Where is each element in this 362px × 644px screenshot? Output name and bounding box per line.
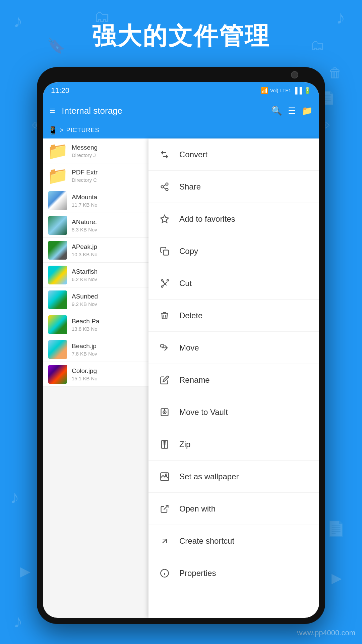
delete-icon xyxy=(158,309,171,322)
image-thumbnail xyxy=(48,315,67,334)
share-label: Share xyxy=(179,182,201,192)
file-name: PDF Extr xyxy=(72,169,139,176)
context-menu: Convert Share Add to fa xyxy=(148,139,319,618)
create-shortcut-label: Create shortcut xyxy=(179,536,234,546)
header-title: Internal storage xyxy=(62,106,264,116)
file-thumb xyxy=(48,216,67,235)
context-menu-add-favorites[interactable]: Add to favorites xyxy=(148,203,319,235)
file-name: ANature. xyxy=(72,218,139,226)
properties-label: Properties xyxy=(179,569,216,578)
convert-label: Convert xyxy=(179,150,207,159)
context-menu-move[interactable]: Move xyxy=(148,332,319,364)
convert-icon xyxy=(158,148,171,161)
phone-screen: 11:20 📶 Vol) LTE1 ▐▐ 🔋 ≡ Internal storag… xyxy=(43,82,319,618)
cut-icon xyxy=(158,277,171,290)
page-title: 强大的文件管理 xyxy=(0,20,362,52)
status-time: 11:20 xyxy=(51,86,69,95)
context-menu-properties[interactable]: Properties xyxy=(148,557,319,589)
context-menu-convert[interactable]: Convert xyxy=(148,139,319,171)
vault-icon xyxy=(158,406,171,419)
delete-label: Delete xyxy=(179,311,202,320)
image-thumbnail xyxy=(48,266,67,284)
context-menu-cut[interactable]: Cut xyxy=(148,267,319,300)
file-name: AStarfish xyxy=(72,268,139,275)
folder-icon: 📁 xyxy=(48,166,67,185)
file-thumb xyxy=(48,241,67,260)
context-menu-delete[interactable]: Delete xyxy=(148,300,319,332)
wallpaper-label: Set as wallpaper xyxy=(179,472,239,481)
context-menu-move-vault[interactable]: Move to Vault xyxy=(148,396,319,428)
rename-label: Rename xyxy=(179,375,210,385)
app-header: ≡ Internal storage 🔍 ☰ 📁 xyxy=(43,99,319,122)
info-icon xyxy=(158,567,171,580)
svg-rect-4 xyxy=(164,250,169,255)
copy-label: Copy xyxy=(179,247,198,256)
image-thumbnail xyxy=(48,216,67,235)
add-favorites-label: Add to favorites xyxy=(179,214,235,224)
file-thumb xyxy=(48,266,67,284)
sort-icon[interactable]: ☰ xyxy=(288,106,296,116)
file-thumb xyxy=(48,365,67,384)
image-thumbnail xyxy=(48,365,67,384)
file-thumb xyxy=(48,315,67,334)
svg-marker-3 xyxy=(161,215,168,222)
context-menu-rename[interactable]: Rename xyxy=(148,364,319,396)
breadcrumb-arrow: > xyxy=(60,127,64,134)
wallpaper-icon xyxy=(158,470,171,483)
context-menu-create-shortcut[interactable]: Create shortcut xyxy=(148,525,319,557)
watermark: www.pp4000.com xyxy=(297,629,355,637)
cut-label: Cut xyxy=(179,279,192,288)
breadcrumb-path: PICTURES xyxy=(66,127,100,134)
wifi-icon: 📶 xyxy=(261,87,268,94)
svg-point-5 xyxy=(162,286,163,287)
status-icons: 📶 Vol) LTE1 ▐▐ 🔋 xyxy=(261,87,311,94)
image-thumbnail xyxy=(48,241,67,260)
move-icon xyxy=(158,341,171,355)
shortcut-icon xyxy=(158,534,171,548)
context-menu-share[interactable]: Share xyxy=(148,171,319,203)
share-icon xyxy=(158,180,171,194)
new-folder-icon[interactable]: 📁 xyxy=(302,106,312,116)
image-thumbnail xyxy=(48,340,67,359)
folder-icon: 📁 xyxy=(48,142,67,160)
open-icon xyxy=(158,502,171,516)
file-name: Color.jpg xyxy=(72,367,139,375)
file-thumb: 📁 xyxy=(48,166,67,185)
search-icon[interactable]: 🔍 xyxy=(271,106,282,116)
phone-frame: 11:20 📶 Vol) LTE1 ▐▐ 🔋 ≡ Internal storag… xyxy=(37,67,325,624)
move-label: Move xyxy=(179,343,199,353)
zip-icon xyxy=(158,438,171,451)
file-name: Messeng xyxy=(72,144,139,151)
camera xyxy=(291,71,298,78)
context-menu-set-wallpaper[interactable]: Set as wallpaper xyxy=(148,461,319,493)
context-menu-open-with[interactable]: Open with xyxy=(148,493,319,525)
svg-line-20 xyxy=(164,505,168,509)
zip-label: Zip xyxy=(179,440,190,449)
device-icon: 📱 xyxy=(48,126,57,135)
svg-point-19 xyxy=(165,474,167,475)
svg-point-6 xyxy=(167,279,169,281)
header-actions: 🔍 ☰ 📁 xyxy=(271,106,312,116)
image-thumbnail xyxy=(48,290,67,309)
file-thumb: 📁 xyxy=(48,142,67,160)
menu-icon[interactable]: ≡ xyxy=(50,105,55,116)
file-thumb xyxy=(48,290,67,309)
breadcrumb: 📱 > PICTURES xyxy=(43,122,319,139)
svg-point-7 xyxy=(162,279,163,281)
signal-bars-icon: ▐▐ xyxy=(293,87,302,94)
svg-point-1 xyxy=(161,185,164,188)
signal-text: Vol) xyxy=(270,88,278,93)
lte-icon: LTE1 xyxy=(280,88,291,93)
context-menu-zip[interactable]: Zip xyxy=(148,428,319,461)
image-thumbnail xyxy=(48,191,67,210)
rename-icon xyxy=(158,373,171,387)
svg-point-11 xyxy=(164,412,165,412)
star-icon xyxy=(158,212,171,226)
context-menu-copy[interactable]: Copy xyxy=(148,235,319,267)
file-thumb xyxy=(48,340,67,359)
file-name: APeak.jp xyxy=(72,243,139,251)
file-name: Beach.jp xyxy=(72,342,139,350)
svg-line-21 xyxy=(163,539,167,543)
svg-rect-8 xyxy=(161,344,164,347)
status-bar: 11:20 📶 Vol) LTE1 ▐▐ 🔋 xyxy=(43,82,319,99)
